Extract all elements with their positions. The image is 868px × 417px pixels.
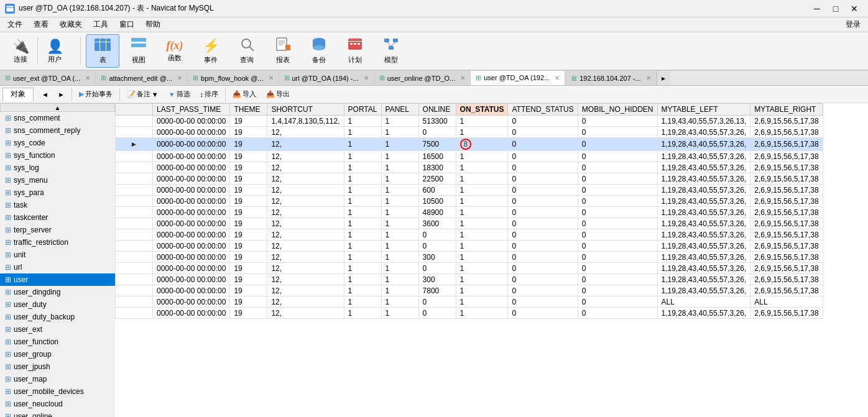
- table-row[interactable]: 0000-00-00 00:00:00191,4,147,8,130,5,112…: [116, 116, 823, 127]
- note-button[interactable]: 📝 备注 ▼: [122, 88, 163, 101]
- menu-file[interactable]: 文件: [2, 18, 27, 31]
- import-button[interactable]: 📥 导入: [228, 88, 261, 101]
- tab-close-attachment-edit[interactable]: ✕: [177, 75, 182, 81]
- table-row[interactable]: 0000-00-00 00:00:001912,1101001,19,28,43…: [116, 241, 823, 252]
- sidebar-item-user_group[interactable]: ⊞user_group: [0, 348, 115, 360]
- connect-button[interactable]: 🔌 连接: [5, 35, 36, 66]
- user-button[interactable]: 👤 用户: [39, 35, 70, 66]
- tool-report[interactable]: 报表: [266, 34, 300, 68]
- table-row[interactable]: 0000-00-00 00:00:001912,11183001001,19,2…: [116, 162, 823, 173]
- col-mytable_right[interactable]: MYTABLE_RIGHT: [750, 104, 823, 116]
- col-mytable_left[interactable]: MYTABLE_LEFT: [657, 104, 750, 116]
- tool-plan[interactable]: 计划: [338, 34, 372, 68]
- tab-close-server[interactable]: ✕: [646, 75, 651, 81]
- sidebar-item-user_duty[interactable]: ⊞user_duty: [0, 298, 115, 311]
- table-row[interactable]: 0000-00-00 00:00:001912,1101001,19,28,43…: [116, 308, 823, 319]
- table-row[interactable]: 0000-00-00 00:00:001912,11489001001,19,2…: [116, 207, 823, 218]
- sidebar-item-sys_para[interactable]: ⊞sys_para: [0, 186, 115, 199]
- export-button[interactable]: 📤 导出: [262, 88, 294, 101]
- table-row[interactable]: 0000-00-00 00:00:001912,11105001001,19,2…: [116, 196, 823, 207]
- col-last_pass_time[interactable]: LAST_PASS_TIME: [153, 104, 230, 116]
- begin-transaction-button[interactable]: ▶ 开始事务: [75, 88, 117, 101]
- tool-event[interactable]: ⚡ 事件: [194, 34, 228, 68]
- nav-right-button[interactable]: ►: [53, 88, 69, 101]
- sidebar-item-user_jpush[interactable]: ⊞user_jpush: [0, 360, 115, 373]
- tab-bpm-flow-hook[interactable]: ⊞ bpm_flow_hook @... ✕: [188, 71, 279, 85]
- menu-window[interactable]: 窗口: [114, 18, 139, 31]
- col-mobil_no_hidden[interactable]: MOBIL_NO_HIDDEN: [578, 104, 657, 116]
- tab-attachment-edit[interactable]: ⊞ attachment_edit @... ✕: [96, 71, 188, 85]
- tab-user-active[interactable]: ⊞ user @TD_OA (192... ✕: [471, 71, 565, 85]
- maximize-button[interactable]: □: [827, 2, 844, 15]
- col-online[interactable]: ONLINE: [418, 104, 456, 116]
- col-attend_status[interactable]: ATTEND_STATUS: [508, 104, 578, 116]
- sidebar-item-taskcenter[interactable]: ⊞taskcenter: [0, 211, 115, 224]
- obj-tab-objects[interactable]: 对象: [2, 88, 34, 101]
- tool-backup[interactable]: 备份: [302, 34, 336, 68]
- sidebar-item-user_neucloud[interactable]: ⊞user_neucloud: [0, 398, 115, 410]
- sidebar-item-sys_log[interactable]: ⊞sys_log: [0, 162, 115, 174]
- table-row[interactable]: 0000-00-00 00:00:001912,1101001,19,28,43…: [116, 229, 823, 241]
- table-row[interactable]: 0000-00-00 00:00:001912,1101001,19,28,43…: [116, 127, 823, 138]
- table-row[interactable]: 0000-00-00 00:00:001912,11225001001,19,2…: [116, 173, 823, 185]
- tab-url[interactable]: ⊞ url @TD_OA (194) -... ✕: [279, 71, 374, 85]
- sort-button[interactable]: ↕ 排序: [196, 88, 223, 101]
- table-row[interactable]: 0000-00-00 00:00:001912,110100ALLALL: [116, 296, 823, 308]
- menu-help[interactable]: 帮助: [141, 18, 165, 31]
- table-row[interactable]: 0000-00-00 00:00:001912,116001001,19,28,…: [116, 185, 823, 196]
- sidebar-item-user_map[interactable]: ⊞user_map: [0, 373, 115, 385]
- tool-query[interactable]: 查询: [230, 34, 264, 68]
- sidebar-item-sys_menu[interactable]: ⊞sys_menu: [0, 174, 115, 186]
- tab-user-online[interactable]: ⊞ user_online @TD_O... ✕: [374, 71, 471, 85]
- menu-view[interactable]: 查看: [29, 18, 53, 31]
- col-shortcut[interactable]: SHORTCUT: [267, 104, 344, 116]
- sidebar-item-url[interactable]: ⊞url: [0, 261, 115, 273]
- table-row[interactable]: ►0000-00-00 00:00:001912,1175008001,19,2…: [116, 138, 823, 151]
- col-portal[interactable]: PORTAL: [344, 104, 381, 116]
- table-row[interactable]: 0000-00-00 00:00:001912,1101001,19,28,43…: [116, 263, 823, 274]
- tab-more-button[interactable]: ▸: [657, 71, 670, 85]
- sidebar-item-sys_function[interactable]: ⊞sys_function: [0, 149, 115, 162]
- sidebar-item-user_function[interactable]: ⊞user_function: [0, 336, 115, 348]
- col-on_status[interactable]: ON_STATUS: [456, 104, 508, 116]
- sidebar-item-user_dingding[interactable]: ⊞user_dingding: [0, 286, 115, 298]
- tool-function[interactable]: f(x) 函数: [158, 34, 192, 68]
- sidebar-scroll-up[interactable]: ▲: [0, 103, 115, 112]
- table-row[interactable]: 0000-00-00 00:00:001912,1178001001,19,28…: [116, 285, 823, 296]
- sidebar-item-user[interactable]: ⊞user: [0, 273, 115, 286]
- table-row[interactable]: 0000-00-00 00:00:001912,1136001001,19,28…: [116, 218, 823, 229]
- table-row[interactable]: 0000-00-00 00:00:001912,113001001,19,28,…: [116, 274, 823, 285]
- menu-favorites[interactable]: 收藏夹: [55, 18, 87, 31]
- tool-view[interactable]: 视图: [122, 34, 155, 68]
- tab-user-ext[interactable]: ⊞ user_ext @TD_OA (... ✕: [0, 71, 96, 85]
- sidebar-item-task[interactable]: ⊞task: [0, 199, 115, 211]
- nav-left-button[interactable]: ◄: [37, 88, 53, 101]
- sidebar-item-sns_comment[interactable]: ⊞sns_comment: [0, 112, 115, 124]
- tab-close-user-active[interactable]: ✕: [555, 75, 560, 81]
- col-theme[interactable]: THEME: [230, 104, 267, 116]
- close-button[interactable]: ✕: [846, 2, 863, 15]
- tool-table[interactable]: 表: [86, 34, 119, 68]
- menu-tools[interactable]: 工具: [88, 18, 113, 31]
- filter-button[interactable]: ▼ 筛选: [164, 88, 195, 101]
- tab-server[interactable]: 🖥 192.168.104.207 -... ✕: [565, 71, 656, 85]
- sidebar-item-user_online[interactable]: ⊞user_online: [0, 410, 115, 417]
- sidebar-item-user_ext[interactable]: ⊞user_ext: [0, 323, 115, 336]
- sidebar-item-traffic_restriction[interactable]: ⊞traffic_restriction: [0, 236, 115, 249]
- table-wrapper[interactable]: LAST_PASS_TIMETHEMESHORTCUTPORTALPANELON…: [115, 103, 868, 417]
- tab-close-user-ext[interactable]: ✕: [85, 75, 90, 81]
- table-row[interactable]: 0000-00-00 00:00:001912,11165001001,19,2…: [116, 151, 823, 162]
- sidebar-item-user_duty_backup[interactable]: ⊞user_duty_backup: [0, 311, 115, 323]
- sidebar-item-sns_comment_reply[interactable]: ⊞sns_comment_reply: [0, 124, 115, 137]
- sidebar-item-sys_code[interactable]: ⊞sys_code: [0, 137, 115, 149]
- tool-model[interactable]: 模型: [374, 34, 408, 68]
- table-row[interactable]: 0000-00-00 00:00:001912,113001001,19,28,…: [116, 252, 823, 263]
- tab-close-url[interactable]: ✕: [364, 75, 369, 81]
- login-button[interactable]: 登录: [841, 18, 866, 31]
- sidebar-item-terp_server[interactable]: ⊞terp_server: [0, 224, 115, 236]
- col-panel[interactable]: PANEL: [381, 104, 418, 116]
- minimize-button[interactable]: ─: [808, 2, 826, 15]
- sidebar-item-unit[interactable]: ⊞unit: [0, 249, 115, 261]
- tab-close-bpm-flow-hook[interactable]: ✕: [269, 75, 274, 81]
- sidebar-item-user_mobile_devices[interactable]: ⊞user_mobile_devices: [0, 385, 115, 398]
